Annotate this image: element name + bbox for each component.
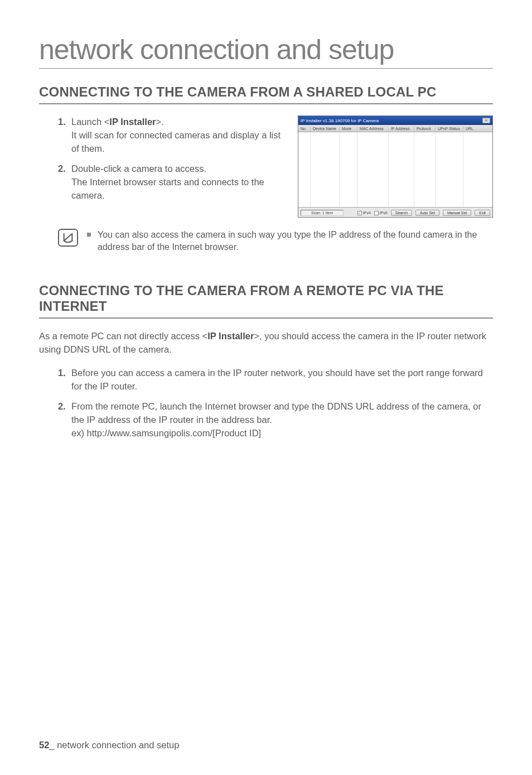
- list-col: [298, 132, 311, 207]
- list-col: [311, 132, 340, 207]
- col-mode: Mode: [340, 127, 357, 131]
- footer-separator: _: [49, 740, 54, 750]
- checkbox-icon: [374, 211, 379, 215]
- section1-content-row: 1. Launch <IP Installer>. It will scan f…: [58, 115, 493, 218]
- col-no: No: [298, 127, 311, 131]
- step-number: 1.: [58, 367, 71, 380]
- step-text: ex) http://www.samsungipolis.com/[Produc…: [71, 428, 261, 438]
- step-1: 1. Launch <IP Installer>. It will scan f…: [58, 115, 288, 156]
- manual-set-button: Manual Set: [443, 210, 471, 216]
- ip-installer-label: IP Installer: [207, 331, 254, 341]
- auto-set-button: Auto Set: [415, 210, 439, 216]
- step-text: Before you can access a camera in the IP…: [71, 368, 483, 391]
- col-ip: IP Address: [389, 127, 414, 131]
- col-upnp: UPnP Status: [436, 127, 463, 131]
- list-col: [357, 132, 389, 207]
- ipv6-checkbox: IPv6: [374, 211, 388, 215]
- step-text: It will scan for connected cameras and d…: [71, 130, 280, 153]
- installer-list-area: [298, 132, 492, 207]
- page-number: 52: [39, 740, 49, 750]
- list-col: [340, 132, 357, 207]
- list-col: [414, 132, 436, 207]
- section1-heading: CONNECTING TO THE CAMERA FROM A SHARED L…: [39, 84, 493, 104]
- section1-steps: 1. Launch <IP Installer>. It will scan f…: [58, 115, 288, 209]
- col-protocol: Protocol: [414, 127, 436, 131]
- step-text: Launch <: [71, 117, 109, 127]
- section2-steps: 1. Before you can access a camera in the…: [58, 367, 493, 440]
- col-mac: MAC Address: [357, 127, 389, 131]
- step-text: From the remote PC, launch the Internet …: [71, 401, 481, 425]
- ipv4-checkbox: ✓ IPv4: [357, 211, 371, 215]
- bullet-icon: [87, 233, 91, 237]
- installer-footer: Scan: 1 Item ✓ IPv4 IPv6 Search Auto Set…: [298, 207, 492, 218]
- step-body: Double-click a camera to access. The Int…: [71, 162, 288, 203]
- step-body: From the remote PC, launch the Internet …: [71, 400, 493, 440]
- step-text: >.: [156, 117, 164, 127]
- list-col: [389, 132, 414, 207]
- note-text: You can also access the camera in such w…: [98, 229, 493, 253]
- intro-text: As a remote PC can not directly access <: [39, 331, 207, 341]
- page-footer: 52_ network connection and setup: [39, 740, 179, 750]
- ip-installer-screenshot: IP Installer v1.38.190709 for IP Camera …: [298, 115, 493, 218]
- footer-text: network connection and setup: [57, 740, 179, 750]
- step-number: 1.: [58, 115, 71, 129]
- step-text: The Internet browser starts and connects…: [71, 177, 264, 200]
- close-icon: ×: [482, 118, 490, 123]
- ipv6-label: IPv6: [380, 211, 388, 215]
- note-block: You can also access the camera in such w…: [58, 229, 493, 253]
- step-2: 2. Double-click a camera to access. The …: [58, 162, 288, 203]
- list-col: [436, 132, 463, 207]
- step-1: 1. Before you can access a camera in the…: [58, 367, 493, 393]
- installer-titlebar: IP Installer v1.38.190709 for IP Camera …: [298, 116, 492, 125]
- note-list: You can also access the camera in such w…: [87, 229, 493, 253]
- search-button: Search: [391, 210, 412, 216]
- col-url: URL: [463, 127, 492, 131]
- step-number: 2.: [58, 400, 71, 413]
- note-item: You can also access the camera in such w…: [87, 229, 493, 253]
- ip-installer-label: IP Installer: [109, 117, 156, 127]
- col-device-name: Device Name: [311, 127, 340, 131]
- step-text: Double-click a camera to access.: [71, 163, 206, 174]
- ipv4-label: IPv4: [363, 211, 371, 215]
- step-body: Launch <IP Installer>. It will scan for …: [71, 115, 288, 156]
- page-title: network connection and setup: [39, 33, 493, 69]
- step-number: 2.: [58, 162, 71, 176]
- scan-status: Scan: 1 Item: [301, 210, 344, 216]
- section2-heading: CONNECTING TO THE CAMERA FROM A REMOTE P…: [39, 283, 493, 319]
- checkbox-icon: ✓: [357, 211, 362, 215]
- installer-title-text: IP Installer v1.38.190709 for IP Camera: [301, 118, 379, 123]
- exit-button: Exit: [475, 210, 490, 216]
- section2-intro: As a remote PC can not directly access <…: [39, 330, 493, 357]
- step-body: Before you can access a camera in the IP…: [71, 367, 493, 393]
- list-col: [463, 132, 492, 207]
- installer-column-header: No Device Name Mode MAC Address IP Addre…: [298, 125, 492, 132]
- step-2: 2. From the remote PC, launch the Intern…: [58, 400, 493, 440]
- note-icon: [58, 229, 78, 247]
